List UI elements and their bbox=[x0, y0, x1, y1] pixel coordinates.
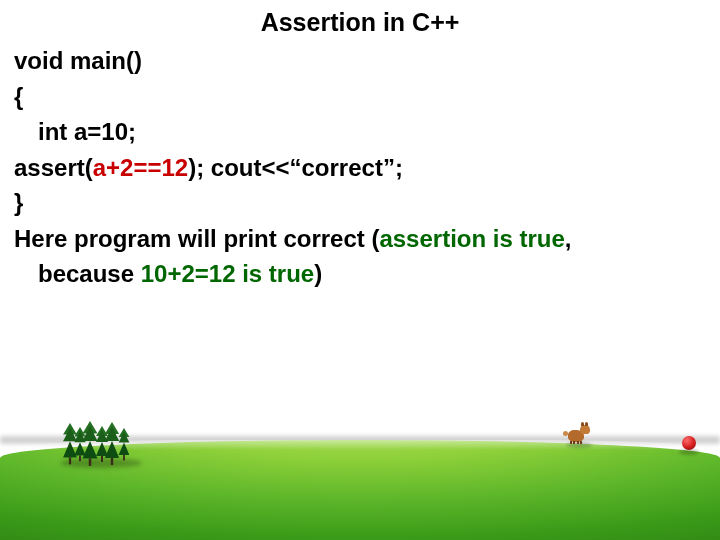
red-ball-icon bbox=[682, 436, 696, 450]
tree-cluster-icon bbox=[64, 416, 134, 462]
slide-content: void main() { int a=10; assert(a+2==12);… bbox=[0, 43, 720, 292]
explain-1a: Here program will print correct ( bbox=[14, 225, 379, 252]
explain-line-1: Here program will print correct (asserti… bbox=[14, 221, 706, 257]
code-line-4-tail: ); cout<<“correct”; bbox=[188, 154, 403, 181]
code-line-4-expr: a+2==12 bbox=[93, 154, 188, 181]
slide-title: Assertion in C++ bbox=[0, 0, 720, 43]
explain-1c: , bbox=[565, 225, 572, 252]
code-line-3: int a=10; bbox=[14, 114, 706, 150]
explain-2c: ) bbox=[314, 260, 322, 287]
explain-2a: because bbox=[38, 260, 141, 287]
code-line-1: void main() bbox=[14, 43, 706, 79]
code-line-2: { bbox=[14, 79, 706, 115]
explain-1b: assertion is true bbox=[379, 225, 564, 252]
code-line-5: } bbox=[14, 185, 706, 221]
explain-2b: 10+2=12 is true bbox=[141, 260, 314, 287]
code-line-4: assert(a+2==12); cout<<“correct”; bbox=[14, 150, 706, 186]
animal-icon bbox=[566, 420, 592, 444]
code-line-4-assert: assert( bbox=[14, 154, 93, 181]
slide: Assertion in C++ void main() { int a=10;… bbox=[0, 0, 720, 540]
explain-line-2: because 10+2=12 is true) bbox=[14, 256, 706, 292]
